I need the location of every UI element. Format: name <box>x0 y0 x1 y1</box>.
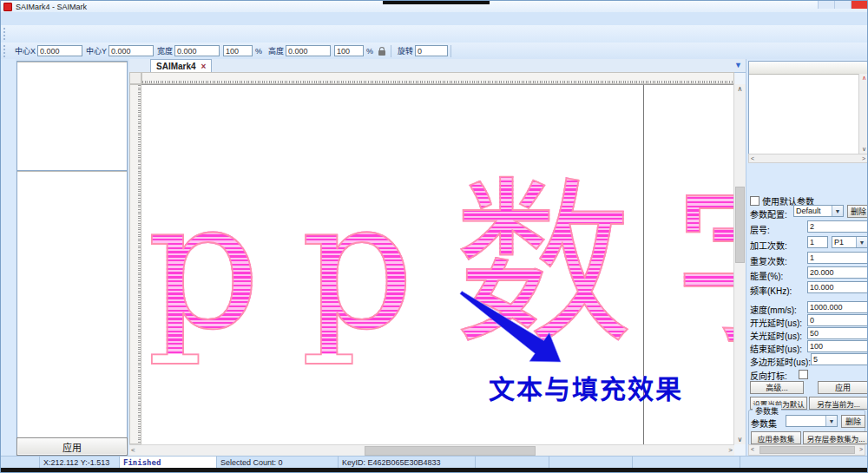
pass-port-select[interactable]: P1▼ <box>832 236 868 248</box>
scroll-left-icon[interactable]: < <box>751 446 754 452</box>
laser-off-delay-input[interactable] <box>807 327 868 339</box>
status-blank <box>633 457 740 468</box>
apply-button[interactable]: 应用 <box>16 437 128 456</box>
window-controls <box>818 1 867 9</box>
save-current-as-button[interactable]: 另存当前为... <box>809 397 868 410</box>
pen-list-header <box>749 62 868 75</box>
width-input[interactable] <box>174 45 220 56</box>
transform-toolbar: 中心X 中心Y 宽度 % 高度 % 旋转 <box>1 43 867 60</box>
minimize-button[interactable] <box>818 1 834 9</box>
chevron-down-icon[interactable]: ▼ <box>825 416 837 426</box>
status-blank <box>476 457 549 468</box>
scroll-thumb[interactable] <box>760 446 855 454</box>
apply-params-button[interactable]: 应用 <box>818 381 868 394</box>
layer-input[interactable] <box>807 220 868 233</box>
pass-count-input[interactable] <box>807 236 828 248</box>
speed-label: 速度(mm/s): <box>750 303 797 316</box>
frequency-label: 频率(KHz): <box>750 284 792 297</box>
laser-on-delay-label: 开光延时(us): <box>750 316 802 329</box>
percent-label: % <box>366 47 373 56</box>
center-x-label: 中心X <box>15 45 36 56</box>
document-tab-bar: SAIMark4 × ▼ <box>129 59 746 73</box>
pen-parameter-panel: ∧ ∨ < > 使用默认参数 参数配置: Default▼ 删除 <box>746 59 867 457</box>
object-list <box>16 61 128 172</box>
reverse-mark-label: 反向打标: <box>750 369 787 382</box>
tab-list-dropdown-icon[interactable]: ▼ <box>734 61 742 69</box>
drawing-surface[interactable]: pp数字 文本与填充效果 <box>141 84 734 444</box>
center-y-input[interactable] <box>108 45 154 56</box>
scroll-left-icon[interactable]: < <box>131 445 135 455</box>
aspect-lock-icon[interactable] <box>378 50 385 56</box>
frequency-input[interactable] <box>807 281 868 293</box>
reverse-mark-checkbox[interactable] <box>799 370 808 379</box>
profile-delete-button[interactable]: 删除 <box>847 205 868 218</box>
app-icon <box>3 3 12 11</box>
pen-list-vertical-scrollbar[interactable]: ∧ ∨ <box>858 74 868 154</box>
status-coordinates: X:212.112 Y:-1.513 <box>40 457 120 468</box>
polygon-delay-label: 多边形延时(us): <box>750 355 811 368</box>
scroll-right-icon[interactable]: > <box>862 155 865 161</box>
maximize-button[interactable] <box>834 1 851 9</box>
rotate-label: 旋转 <box>398 45 413 56</box>
pen-list-horizontal-scrollbar[interactable]: < > <box>748 154 868 163</box>
canvas-horizontal-scrollbar[interactable]: < > <box>129 444 734 457</box>
draw-tool-strip <box>1 59 16 457</box>
parameter-set-label: 参数集 <box>751 417 777 430</box>
object-list-header <box>17 62 127 62</box>
app-window: SAIMark4 - SAIMark 中心X 中心Y 宽度 % 高度 % 旋转 <box>0 0 868 473</box>
height-pct-input[interactable] <box>334 45 364 56</box>
scroll-down-icon[interactable]: ∨ <box>734 435 746 444</box>
speed-input[interactable] <box>807 301 868 313</box>
end-delay-input[interactable] <box>807 340 868 352</box>
annotation-text: 文本与填充效果 <box>489 368 683 406</box>
repeat-input[interactable] <box>807 252 868 264</box>
center-y-label: 中心Y <box>86 45 107 56</box>
property-table <box>16 170 128 473</box>
center-x-input[interactable] <box>37 45 82 56</box>
canvas-area: SAIMark4 × ▼ pp数字 文本与填充效果 ∧ ∨ < > <box>129 59 746 457</box>
height-input[interactable] <box>286 45 331 56</box>
scroll-up-icon[interactable]: ∧ <box>734 84 746 94</box>
vertical-ruler <box>129 84 141 444</box>
width-pct-input[interactable] <box>223 45 253 56</box>
advanced-button[interactable]: 高级... <box>750 381 804 394</box>
profile-label: 参数配置: <box>750 207 787 220</box>
scroll-thumb[interactable] <box>735 187 745 263</box>
screen-artifact <box>383 1 490 4</box>
scroll-thumb[interactable] <box>365 446 536 456</box>
screen-edge <box>1 468 867 472</box>
profile-value: Default <box>796 207 821 215</box>
profile-select[interactable]: Default▼ <box>793 205 844 217</box>
pass-label: 加工次数: <box>750 239 787 252</box>
toolbar-grip[interactable] <box>3 45 9 57</box>
scroll-left-icon[interactable]: < <box>751 155 754 161</box>
document-tab[interactable]: SAIMark4 × <box>150 59 212 72</box>
scroll-right-icon[interactable]: > <box>728 445 733 455</box>
scroll-up-icon[interactable]: ∧ <box>859 75 868 82</box>
energy-label: 能量(%): <box>750 269 783 282</box>
scroll-right-icon[interactable]: > <box>859 446 863 452</box>
parameter-set-select[interactable]: ▼ <box>786 415 838 427</box>
layer-label: 层号: <box>750 223 770 236</box>
polygon-delay-input[interactable] <box>811 353 868 365</box>
height-label: 高度 <box>268 45 284 56</box>
end-delay-label: 结束延时(us): <box>750 342 802 355</box>
percent-label: % <box>255 47 262 56</box>
scroll-down-icon[interactable]: ∨ <box>859 146 868 153</box>
close-button[interactable] <box>851 1 867 9</box>
status-keyid: KeyID: E462B065E30B4833 <box>339 457 476 468</box>
separator <box>450 45 451 57</box>
save-layer-parameter-set-button[interactable]: 另存层参数集为... <box>803 431 868 444</box>
laser-on-delay-input[interactable] <box>807 314 868 326</box>
panel-horizontal-scrollbar[interactable]: < > <box>748 444 865 456</box>
status-blank <box>1 457 40 468</box>
toolbar-grip[interactable] <box>3 28 9 40</box>
tab-close-icon[interactable]: × <box>201 62 207 71</box>
energy-input[interactable] <box>807 266 868 279</box>
chevron-down-icon[interactable]: ▼ <box>856 237 867 247</box>
parameter-set-delete-button[interactable]: 删除 <box>841 415 865 428</box>
canvas-vertical-scrollbar[interactable]: ∧ ∨ <box>733 84 746 444</box>
rotate-input[interactable] <box>415 45 448 56</box>
chevron-down-icon[interactable]: ▼ <box>832 206 843 216</box>
apply-parameter-set-button[interactable]: 应用参数集 <box>751 431 801 444</box>
